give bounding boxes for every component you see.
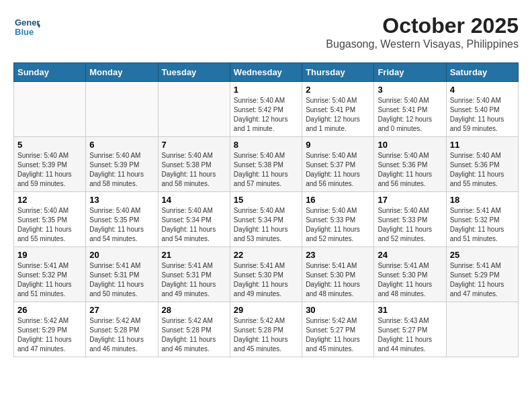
calendar-cell: 8Sunrise: 5:40 AM Sunset: 5:38 PM Daylig… (230, 137, 302, 192)
day-info: Sunrise: 5:40 AM Sunset: 5:37 PM Dayligh… (306, 151, 370, 189)
day-info: Sunrise: 5:40 AM Sunset: 5:35 PM Dayligh… (17, 206, 82, 244)
day-info: Sunrise: 5:40 AM Sunset: 5:40 PM Dayligh… (450, 96, 515, 134)
calendar-cell: 23Sunrise: 5:41 AM Sunset: 5:30 PM Dayli… (302, 247, 374, 302)
day-info: Sunrise: 5:40 AM Sunset: 5:41 PM Dayligh… (378, 96, 442, 134)
day-info: Sunrise: 5:40 AM Sunset: 5:36 PM Dayligh… (450, 151, 515, 189)
day-number: 24 (378, 250, 442, 260)
calendar-cell: 2Sunrise: 5:40 AM Sunset: 5:41 PM Daylig… (302, 82, 374, 137)
day-number: 5 (17, 140, 82, 150)
logo-icon: General Blue (13, 13, 40, 40)
calendar-cell: 26Sunrise: 5:42 AM Sunset: 5:29 PM Dayli… (14, 302, 86, 357)
calendar-cell: 3Sunrise: 5:40 AM Sunset: 5:41 PM Daylig… (374, 82, 446, 137)
day-info: Sunrise: 5:41 AM Sunset: 5:32 PM Dayligh… (17, 261, 82, 299)
day-info: Sunrise: 5:42 AM Sunset: 5:28 PM Dayligh… (162, 316, 226, 354)
day-number: 15 (234, 195, 298, 205)
calendar-cell: 27Sunrise: 5:42 AM Sunset: 5:28 PM Dayli… (86, 302, 158, 357)
logo: General Blue (13, 13, 40, 43)
day-number: 17 (378, 195, 442, 205)
calendar-cell: 7Sunrise: 5:40 AM Sunset: 5:38 PM Daylig… (158, 137, 230, 192)
calendar-cell: 6Sunrise: 5:40 AM Sunset: 5:39 PM Daylig… (86, 137, 158, 192)
calendar-cell (158, 82, 230, 137)
day-info: Sunrise: 5:40 AM Sunset: 5:39 PM Dayligh… (89, 151, 154, 189)
day-number: 21 (162, 250, 226, 260)
day-info: Sunrise: 5:40 AM Sunset: 5:41 PM Dayligh… (306, 96, 370, 134)
day-info: Sunrise: 5:40 AM Sunset: 5:34 PM Dayligh… (234, 206, 298, 244)
day-info: Sunrise: 5:41 AM Sunset: 5:31 PM Dayligh… (89, 261, 154, 299)
weekday-header-monday: Monday (86, 63, 158, 82)
calendar-cell: 21Sunrise: 5:41 AM Sunset: 5:31 PM Dayli… (158, 247, 230, 302)
day-info: Sunrise: 5:41 AM Sunset: 5:30 PM Dayligh… (234, 261, 298, 299)
day-number: 4 (450, 85, 515, 95)
day-number: 27 (89, 305, 154, 315)
day-number: 2 (306, 85, 370, 95)
calendar-cell: 28Sunrise: 5:42 AM Sunset: 5:28 PM Dayli… (158, 302, 230, 357)
calendar-cell: 18Sunrise: 5:41 AM Sunset: 5:32 PM Dayli… (446, 192, 518, 247)
calendar-cell (14, 82, 86, 137)
calendar-cell: 20Sunrise: 5:41 AM Sunset: 5:31 PM Dayli… (86, 247, 158, 302)
day-info: Sunrise: 5:40 AM Sunset: 5:39 PM Dayligh… (17, 151, 82, 189)
calendar-cell: 15Sunrise: 5:40 AM Sunset: 5:34 PM Dayli… (230, 192, 302, 247)
day-number: 12 (17, 195, 82, 205)
day-info: Sunrise: 5:40 AM Sunset: 5:42 PM Dayligh… (234, 96, 298, 134)
day-number: 22 (234, 250, 298, 260)
day-info: Sunrise: 5:43 AM Sunset: 5:27 PM Dayligh… (378, 316, 442, 354)
calendar-cell: 12Sunrise: 5:40 AM Sunset: 5:35 PM Dayli… (14, 192, 86, 247)
month-title: October 2025 (326, 13, 519, 38)
day-info: Sunrise: 5:42 AM Sunset: 5:27 PM Dayligh… (306, 316, 370, 354)
day-info: Sunrise: 5:41 AM Sunset: 5:31 PM Dayligh… (162, 261, 226, 299)
weekday-header-wednesday: Wednesday (230, 63, 302, 82)
weekday-header-thursday: Thursday (302, 63, 374, 82)
day-number: 26 (17, 305, 82, 315)
day-info: Sunrise: 5:42 AM Sunset: 5:29 PM Dayligh… (17, 316, 82, 354)
calendar-cell: 13Sunrise: 5:40 AM Sunset: 5:35 PM Dayli… (86, 192, 158, 247)
day-info: Sunrise: 5:40 AM Sunset: 5:33 PM Dayligh… (306, 206, 370, 244)
calendar-cell: 19Sunrise: 5:41 AM Sunset: 5:32 PM Dayli… (14, 247, 86, 302)
calendar-cell: 24Sunrise: 5:41 AM Sunset: 5:30 PM Dayli… (374, 247, 446, 302)
day-info: Sunrise: 5:41 AM Sunset: 5:32 PM Dayligh… (450, 206, 515, 244)
day-number: 14 (162, 195, 226, 205)
calendar-cell (86, 82, 158, 137)
day-info: Sunrise: 5:40 AM Sunset: 5:38 PM Dayligh… (162, 151, 226, 189)
day-number: 30 (306, 305, 370, 315)
day-number: 16 (306, 195, 370, 205)
calendar-cell: 25Sunrise: 5:41 AM Sunset: 5:29 PM Dayli… (446, 247, 518, 302)
day-info: Sunrise: 5:42 AM Sunset: 5:28 PM Dayligh… (234, 316, 298, 354)
day-info: Sunrise: 5:40 AM Sunset: 5:38 PM Dayligh… (234, 151, 298, 189)
day-info: Sunrise: 5:40 AM Sunset: 5:35 PM Dayligh… (89, 206, 154, 244)
day-number: 7 (162, 140, 226, 150)
day-number: 8 (234, 140, 298, 150)
svg-text:Blue: Blue (15, 27, 34, 37)
day-number: 29 (234, 305, 298, 315)
calendar-cell: 29Sunrise: 5:42 AM Sunset: 5:28 PM Dayli… (230, 302, 302, 357)
day-number: 20 (89, 250, 154, 260)
calendar-cell: 4Sunrise: 5:40 AM Sunset: 5:40 PM Daylig… (446, 82, 518, 137)
calendar-cell: 30Sunrise: 5:42 AM Sunset: 5:27 PM Dayli… (302, 302, 374, 357)
day-number: 6 (89, 140, 154, 150)
title-section: October 2025 Bugasong, Western Visayas, … (326, 13, 519, 50)
calendar-cell: 16Sunrise: 5:40 AM Sunset: 5:33 PM Dayli… (302, 192, 374, 247)
day-number: 11 (450, 140, 515, 150)
weekday-header-saturday: Saturday (446, 63, 518, 82)
day-number: 18 (450, 195, 515, 205)
day-number: 10 (378, 140, 442, 150)
calendar-cell: 1Sunrise: 5:40 AM Sunset: 5:42 PM Daylig… (230, 82, 302, 137)
day-number: 9 (306, 140, 370, 150)
day-info: Sunrise: 5:41 AM Sunset: 5:29 PM Dayligh… (450, 261, 515, 299)
day-info: Sunrise: 5:42 AM Sunset: 5:28 PM Dayligh… (89, 316, 154, 354)
weekday-header-tuesday: Tuesday (158, 63, 230, 82)
calendar-cell: 31Sunrise: 5:43 AM Sunset: 5:27 PM Dayli… (374, 302, 446, 357)
calendar-cell: 10Sunrise: 5:40 AM Sunset: 5:36 PM Dayli… (374, 137, 446, 192)
calendar-cell: 14Sunrise: 5:40 AM Sunset: 5:34 PM Dayli… (158, 192, 230, 247)
svg-text:General: General (15, 17, 40, 28)
day-info: Sunrise: 5:41 AM Sunset: 5:30 PM Dayligh… (306, 261, 370, 299)
day-number: 1 (234, 85, 298, 95)
calendar-cell: 17Sunrise: 5:40 AM Sunset: 5:33 PM Dayli… (374, 192, 446, 247)
weekday-header-friday: Friday (374, 63, 446, 82)
day-number: 31 (378, 305, 442, 315)
day-number: 23 (306, 250, 370, 260)
day-number: 19 (17, 250, 82, 260)
day-number: 3 (378, 85, 442, 95)
day-info: Sunrise: 5:40 AM Sunset: 5:34 PM Dayligh… (162, 206, 226, 244)
day-info: Sunrise: 5:40 AM Sunset: 5:36 PM Dayligh… (378, 151, 442, 189)
day-number: 25 (450, 250, 515, 260)
